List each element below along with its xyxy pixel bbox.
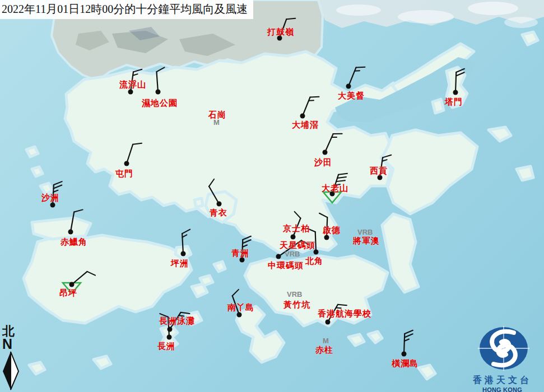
wind-map: 流浮山濕地公園石崗M打鼓嶺大美督塔門大埔滘沙田西貢大老山屯門沙洲赤鱲角青衣昂坪坪… <box>0 0 544 392</box>
station-label-sha-tin: 沙田 <box>314 157 332 168</box>
station-label-tuen-mun: 屯門 <box>115 169 133 179</box>
station-label-peng-chau: 坪洲 <box>171 258 189 269</box>
station-label-tap-mun: 塔門 <box>445 97 463 108</box>
hko-english-name: HONG KONG OBSERVATORY <box>461 386 544 392</box>
hko-chinese-name: 香港天文台 <box>461 375 544 386</box>
station-label-waglan-island: 橫瀾島 <box>392 358 419 369</box>
station-label-central-pier: 中環碼頭 <box>268 260 304 271</box>
station-marker-shek-kong: M <box>213 118 220 127</box>
map-title: 2022年11月01日12時00分的十分鐘平均風向及風速 <box>0 0 253 19</box>
hko-logo-icon <box>461 320 544 372</box>
station-label-sha-chau: 沙洲 <box>41 193 59 203</box>
station-label-tseung-kwan-o: 將軍澳 <box>353 236 380 246</box>
compass-needle-icon <box>1 351 24 391</box>
station-marker-stanley: M <box>323 337 329 345</box>
north-letter-label: N <box>2 338 24 351</box>
station-label-tates-cairn: 大老山 <box>322 183 348 194</box>
station-label-cheung-chau: 長洲 <box>157 341 175 352</box>
station-label-sai-kung: 西貢 <box>370 166 388 176</box>
station-label-north-point: 北角 <box>305 256 323 267</box>
station-label-cheung-chau-beach: 長洲泳灘 <box>159 316 195 326</box>
station-label-lau-fau-shan: 流浮山 <box>119 80 146 90</box>
station-label-chek-lap-kok: 赤鱲角 <box>61 237 87 248</box>
station-marker-star-ferry: VRB <box>285 250 300 258</box>
station-label-lamma-island: 南丫島 <box>227 302 254 313</box>
station-label-wong-chuk-hang: 黃竹坑 <box>283 300 310 310</box>
station-label-kai-tak: 啟德 <box>323 225 341 236</box>
station-label-tai-mei-tuk: 大美督 <box>338 91 365 101</box>
station-marker-tseung-kwan-o: VRB <box>357 228 373 236</box>
station-label-stanley: 赤柱 <box>315 345 333 356</box>
north-compass: 北 N <box>1 325 24 392</box>
station-label-ta-kwu-ling: 打鼓嶺 <box>267 27 294 38</box>
station-label-kings-park: 京士柏 <box>283 223 310 234</box>
hko-logo: 香港天文台 HONG KONG OBSERVATORY <box>461 320 544 392</box>
station-label-ngong-ping: 昂坪 <box>59 288 77 298</box>
station-label-tsing-yi: 青衣 <box>210 208 227 218</box>
station-marker-wong-chuk-hang: VRB <box>287 290 302 298</box>
station-label-hk-sea-school: 香港航海學校 <box>318 309 371 319</box>
station-label-tai-po-kau: 大埔滘 <box>292 120 319 130</box>
station-label-wetland-park: 濕地公園 <box>142 98 178 109</box>
station-label-green-island: 青洲 <box>231 248 249 259</box>
